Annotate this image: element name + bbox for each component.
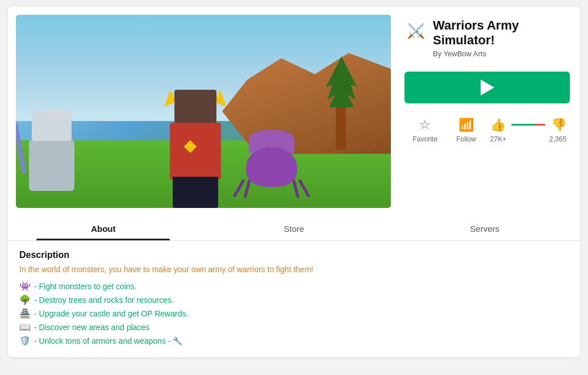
play-icon	[481, 80, 494, 95]
bullet-emoji-5: 🛡️	[19, 335, 31, 346]
bullet-item-3: 🏯 - Upgrade your castle and get OP Rewar…	[19, 308, 569, 319]
favorite-action[interactable]: ☆ Favorite	[408, 118, 442, 143]
bullet-text-3: - Upgrade your castle and get OP Rewards…	[34, 309, 188, 318]
char-body	[170, 123, 221, 180]
content-area: Description In the world of monsters, yo…	[8, 241, 580, 357]
char-head	[174, 90, 216, 124]
bullet-emoji-4: 📖	[19, 322, 31, 332]
likes-count: 27K+	[490, 135, 506, 143]
thumbs-up-icon: 👍	[490, 118, 506, 132]
main-card: ⚔️ Warriors Army Simulator! By YewBow Ar…	[8, 7, 580, 357]
play-button[interactable]	[404, 72, 570, 103]
game-thumbnail	[16, 15, 391, 208]
character-main	[159, 94, 232, 208]
game-title: Warriors Army Simulator!	[433, 18, 570, 48]
page-wrapper: ⚔️ Warriors Army Simulator! By YewBow Ar…	[0, 0, 588, 364]
tab-about[interactable]: About	[8, 216, 199, 240]
bullet-emoji-1: 👾	[19, 281, 31, 291]
game-header: ⚔️ Warriors Army Simulator! By YewBow Ar…	[404, 18, 570, 58]
bullet-item-4: 📖 - Discover new areas and places	[19, 322, 569, 332]
bullet-item-1: 👾 - Fight monsters to get coins.	[19, 281, 569, 291]
thumbnail-scene	[16, 15, 391, 208]
tree-trunk	[336, 105, 346, 150]
bullet-item-5: 🛡️ - Unlock tons of armors and weapons -…	[19, 335, 569, 346]
bullet-item-2: 🌳 - Destroy trees and rocks for resource…	[19, 294, 569, 305]
description-intro: In the world of monsters, you have to ma…	[19, 265, 569, 274]
spider-body	[246, 147, 297, 187]
favorite-icon: ☆	[419, 118, 431, 132]
thumbs-down-icon: 👎	[551, 118, 566, 132]
tabs-bar: About Store Servers	[8, 216, 580, 241]
follow-action[interactable]: 📶 Follow	[449, 118, 483, 143]
bullet-text-5: - Unlock tons of armors and weapons - 🔧	[34, 336, 182, 345]
vote-bar	[511, 124, 545, 126]
bullet-text-2: - Destroy trees and rocks for resources.	[34, 295, 174, 305]
dislikes-count: 2,365	[549, 135, 566, 143]
spider-leg	[232, 179, 245, 198]
vote-row: 👍 👎	[490, 118, 566, 132]
favorite-label: Favorite	[412, 135, 437, 143]
char-legs	[173, 177, 218, 208]
bullet-emoji-3: 🏯	[19, 308, 31, 319]
game-title-block: Warriors Army Simulator! By YewBow Arts	[433, 18, 570, 58]
action-row: ☆ Favorite 📶 Follow 👍 👎	[404, 111, 570, 143]
follow-label: Follow	[456, 135, 476, 143]
bullet-list: 👾 - Fight monsters to get coins. 🌳 - Des…	[19, 281, 569, 346]
char-body	[29, 140, 74, 191]
tab-servers[interactable]: Servers	[389, 216, 580, 240]
character-left	[23, 117, 80, 208]
description-heading: Description	[19, 250, 569, 260]
bullet-text-1: - Fight monsters to get coins.	[34, 282, 137, 291]
char-head	[32, 110, 72, 141]
info-panel: ⚔️ Warriors Army Simulator! By YewBow Ar…	[402, 15, 572, 208]
game-icon: ⚔️	[404, 19, 427, 42]
like-action[interactable]: 👍 👎 27K+ 2,365	[490, 118, 566, 143]
follow-icon: 📶	[458, 118, 474, 132]
bullet-emoji-2: 🌳	[19, 294, 31, 305]
top-section: ⚔️ Warriors Army Simulator! By YewBow Ar…	[8, 7, 580, 214]
tab-store[interactable]: Store	[199, 216, 390, 240]
bullet-text-4: - Discover new areas and places	[34, 323, 149, 332]
character-spider	[235, 136, 308, 198]
game-author: By YewBow Arts	[433, 49, 570, 58]
